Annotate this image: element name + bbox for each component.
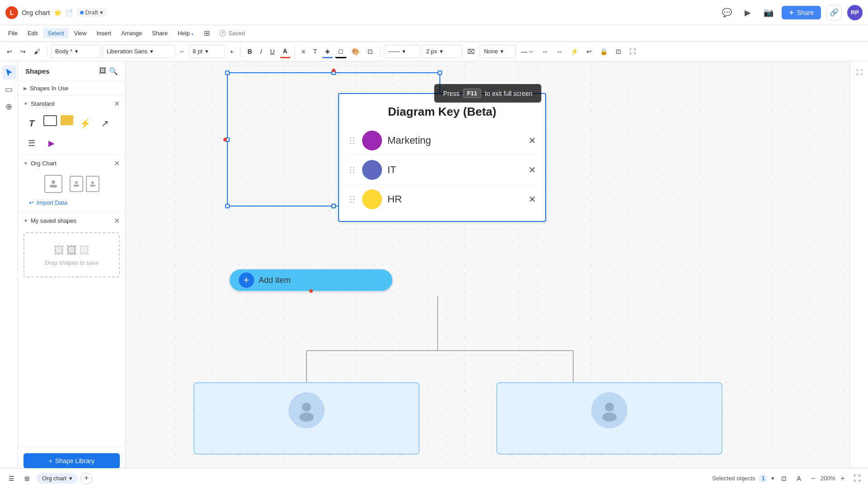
handle-bl[interactable] [225,204,230,208]
org-node-right[interactable] [496,382,722,455]
grid-view-button[interactable]: ⊞ [21,472,33,485]
fit-page-button[interactable]: ⛶ [852,65,867,80]
text-shape[interactable]: T [24,115,40,131]
menu-view[interactable]: View [70,28,91,38]
hr-delete[interactable]: ✕ [528,194,536,205]
search-icon[interactable]: 🔍 [109,67,118,75]
extras-button[interactable]: ⊡ [613,45,624,58]
org-node-2[interactable] [86,176,99,192]
org-node-left[interactable] [193,382,420,455]
menu-insert[interactable]: Insert [92,28,116,38]
saved-shapes-dropzone[interactable]: 🖼 🖼 🖼 Drop shapes to save [24,232,120,277]
lightning-shape[interactable]: ⚡ [77,115,93,131]
zoom-out-button[interactable]: − [808,473,819,484]
diagram-key-container[interactable]: Diagram Key (Beta) Marketing ✕ [230,75,438,204]
fill-rect-shape[interactable] [61,115,73,125]
list-view-button[interactable]: ☰ [5,472,18,485]
lightning-button[interactable]: ⚡ [567,45,581,58]
menu-file[interactable]: File [4,28,22,38]
font-size-select[interactable]: 8 pt ▾ [189,45,225,58]
copy-style-button[interactable]: ↩ [583,45,595,58]
comment-icon[interactable]: 💬 [719,5,735,20]
redo-button[interactable]: ↪ [17,45,29,58]
layers-tool[interactable]: ⊕ [2,99,16,114]
play-shape[interactable]: ▶ [43,135,60,151]
undo-button[interactable]: ↩ [4,45,15,58]
handle-tl[interactable] [225,70,230,75]
underline-button[interactable]: U [267,45,278,58]
menu-select[interactable]: Select [43,28,68,38]
marketing-delete[interactable]: ✕ [528,135,536,146]
align-button[interactable]: ≡ [298,45,308,58]
stroke-color-button[interactable]: ◻ [335,45,347,58]
draft-chevron[interactable]: ▾ [100,9,103,16]
connection-size-select[interactable]: 2 px ▾ [422,45,462,58]
saved-close[interactable]: ✕ [114,216,120,225]
image-icon[interactable]: 🖼 [99,67,106,75]
selected-chevron[interactable]: ▾ [771,475,774,482]
font-increase-button[interactable]: + [226,45,236,58]
none-select[interactable]: None ▾ [480,45,516,58]
connection-dot-left[interactable] [223,138,227,141]
marketing-color[interactable] [362,131,382,150]
extensions-icon[interactable]: ⊞ [199,26,214,41]
tab-org-chart[interactable]: Org chart ▾ [37,473,78,483]
present-icon[interactable]: ▶ [740,5,755,20]
standard-header[interactable]: ▼ Standard ✕ [18,96,125,112]
connection-dot-top[interactable] [332,69,335,72]
select-tool[interactable] [2,65,16,80]
saved-shapes-header[interactable]: ▼ My saved shapes ✕ [18,213,125,229]
menu-help[interactable]: Help ● [173,28,198,38]
arrow-shape[interactable]: ↗ [97,115,113,131]
text-format-button[interactable]: T [310,45,321,58]
text-style-select[interactable]: Body * ▾ [51,45,101,58]
org-chart-close[interactable]: ✕ [114,159,120,168]
camera-icon[interactable]: 📷 [761,5,776,20]
waypoint-button[interactable]: ↔ [553,45,566,58]
font-select[interactable]: Liberation Sans ▾ [103,45,175,58]
add-tab-button[interactable]: + [80,473,92,484]
it-delete[interactable]: ✕ [528,164,536,175]
handle-tr[interactable] [438,70,442,75]
import-data-button[interactable]: ↩ Import Data [24,197,120,209]
opacity-button[interactable]: 🎨 [349,45,363,58]
org-node-1[interactable] [70,176,83,192]
rect-shape[interactable] [43,115,57,126]
layers-button[interactable]: ⊡ [778,472,790,485]
fullscreen-button[interactable]: ⛶ [626,45,639,58]
zoom-in-button[interactable]: + [837,473,848,484]
arrow-start-select[interactable]: —→ [518,45,537,58]
shape-library-button[interactable]: + Shape Library [24,453,120,469]
font-color-button[interactable]: A [280,45,291,58]
drag-handle-hr[interactable] [348,194,357,205]
lock-button[interactable]: 🔒 [597,45,611,58]
org-card-shape[interactable] [44,175,62,193]
style-picker-button[interactable]: 🖌 [31,45,43,58]
arrow-end-select[interactable]: ↔ [538,45,551,58]
drag-handle-it[interactable] [348,165,357,175]
font-decrease-button[interactable]: − [177,45,187,58]
line-style-select[interactable]: —— ▾ [384,45,420,58]
menu-edit[interactable]: Edit [23,28,42,38]
menu-share[interactable]: Share [147,28,172,38]
it-color[interactable] [362,160,382,180]
canvas-area[interactable]: Press F11 to exit full screen Diagram Ke… [126,61,850,488]
file-icon[interactable]: 📄 [65,9,73,16]
format-button[interactable]: A [793,472,804,485]
link-button[interactable]: 🔗 [826,5,842,20]
standard-close[interactable]: ✕ [114,99,120,108]
handle-bm[interactable] [331,204,336,208]
italic-button[interactable]: I [257,45,265,58]
org-chart-header[interactable]: ▼ Org Chart ✕ [18,155,125,171]
drag-handle-marketing[interactable] [348,136,357,146]
fit-screen-button[interactable]: ⛶ [852,473,863,484]
hr-color[interactable] [362,189,382,209]
connection-button[interactable]: ⊡ [364,45,376,58]
list-shape[interactable]: ☰ [24,135,40,151]
zoom-level[interactable]: 200% [821,475,835,482]
fill-color-button[interactable]: ◈ [322,45,333,58]
transform-button[interactable]: ⌧ [464,45,478,58]
shapes-in-use-header[interactable]: ▶ Shapes In Use [18,81,125,95]
star-icon[interactable]: ⭐ [54,9,61,16]
menu-arrange[interactable]: Arrange [117,28,146,38]
